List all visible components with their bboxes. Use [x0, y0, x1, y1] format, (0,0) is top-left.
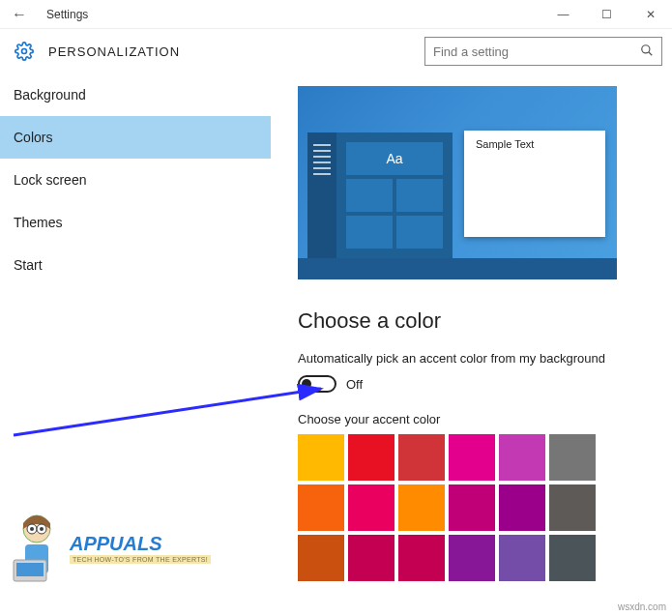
main-panel: Preview Aa Sample Text Choose	[271, 73, 672, 616]
color-swatch[interactable]	[549, 484, 596, 531]
preview-tile-aa: Aa	[346, 142, 443, 175]
preview-tile	[346, 179, 393, 212]
preview-taskbar	[298, 258, 617, 279]
color-swatch[interactable]	[298, 434, 344, 481]
svg-rect-11	[16, 563, 44, 576]
preview-tiles: Aa	[336, 132, 453, 258]
svg-point-1	[642, 44, 650, 52]
auto-accent-toggle-row: Off	[298, 375, 645, 393]
watermark-brand: APPUALS	[70, 533, 211, 555]
back-arrow-icon: ←	[12, 6, 27, 23]
sidebar-item-background[interactable]: Background	[0, 73, 271, 116]
accent-color-label: Choose your accent color	[298, 412, 645, 426]
minimize-icon: —	[558, 8, 570, 21]
back-button[interactable]: ←	[0, 0, 39, 29]
color-swatch[interactable]	[549, 535, 596, 581]
svg-point-8	[40, 527, 44, 531]
color-swatch[interactable]	[398, 484, 445, 531]
color-swatch[interactable]	[449, 535, 495, 581]
watermark-mascot-icon	[8, 510, 66, 587]
sidebar-item-themes[interactable]: Themes	[0, 201, 271, 244]
preview-tile	[396, 179, 443, 212]
preview-tile	[346, 216, 393, 249]
preview-start-menu: Aa	[307, 132, 453, 258]
sidebar-item-colors[interactable]: Colors	[0, 116, 271, 159]
sidebar-item-start[interactable]: Start	[0, 244, 271, 286]
toggle-knob-icon	[302, 379, 311, 389]
close-button[interactable]: ✕	[628, 0, 672, 29]
preview-thumbnail: Aa Sample Text	[298, 86, 617, 279]
search-icon	[640, 44, 654, 60]
sidebar-item-lock-screen[interactable]: Lock screen	[0, 159, 271, 201]
color-swatch[interactable]	[549, 434, 596, 481]
color-swatch[interactable]	[298, 484, 344, 531]
preview-sample-window: Sample Text	[464, 131, 605, 237]
window-titlebar: ← Settings — ☐ ✕	[0, 0, 672, 29]
preview-tile	[396, 216, 443, 249]
window-title: Settings	[39, 8, 541, 21]
page-header: PERSONALIZATION	[0, 29, 672, 73]
sidebar-item-label: Lock screen	[14, 172, 86, 188]
auto-accent-label: Automatically pick an accent color from …	[298, 351, 645, 366]
preview-start-list	[307, 132, 336, 258]
window-controls: — ☐ ✕	[541, 0, 672, 29]
search-box[interactable]	[424, 37, 662, 66]
settings-gear-icon[interactable]	[14, 41, 35, 62]
accent-color-grid	[298, 434, 645, 581]
toggle-state-label: Off	[346, 377, 363, 392]
color-swatch[interactable]	[348, 535, 394, 581]
sidebar-item-label: Themes	[14, 215, 63, 230]
color-swatch[interactable]	[348, 484, 394, 531]
color-swatch[interactable]	[499, 535, 545, 581]
svg-line-2	[649, 51, 653, 55]
search-input[interactable]	[433, 44, 640, 59]
sidebar-item-label: Colors	[14, 130, 52, 145]
sidebar-item-label: Background	[14, 87, 86, 103]
page-title: PERSONALIZATION	[48, 44, 424, 59]
color-swatch[interactable]	[348, 434, 394, 481]
auto-accent-toggle[interactable]	[298, 375, 336, 393]
color-swatch[interactable]	[298, 535, 344, 581]
watermark-tagline: TECH HOW-TO'S FROM THE EXPERTS!	[70, 555, 211, 564]
color-swatch[interactable]	[449, 484, 495, 531]
maximize-button[interactable]: ☐	[585, 0, 628, 29]
sidebar-item-label: Start	[14, 257, 43, 273]
minimize-button[interactable]: —	[541, 0, 585, 29]
color-swatch[interactable]	[499, 484, 545, 531]
color-swatch[interactable]	[449, 434, 495, 481]
svg-point-0	[22, 49, 27, 54]
choose-color-heading: Choose a color	[298, 308, 645, 334]
maximize-icon: ☐	[601, 8, 612, 21]
color-swatch[interactable]	[398, 535, 445, 581]
svg-point-7	[30, 527, 34, 531]
watermark: APPUALS TECH HOW-TO'S FROM THE EXPERTS!	[8, 510, 211, 587]
sample-text: Sample Text	[476, 138, 534, 150]
color-swatch[interactable]	[398, 434, 445, 481]
watermark-text: APPUALS TECH HOW-TO'S FROM THE EXPERTS!	[70, 533, 211, 564]
image-credit: wsxdn.com	[618, 601, 666, 612]
close-icon: ✕	[646, 8, 656, 21]
color-swatch[interactable]	[499, 434, 545, 481]
